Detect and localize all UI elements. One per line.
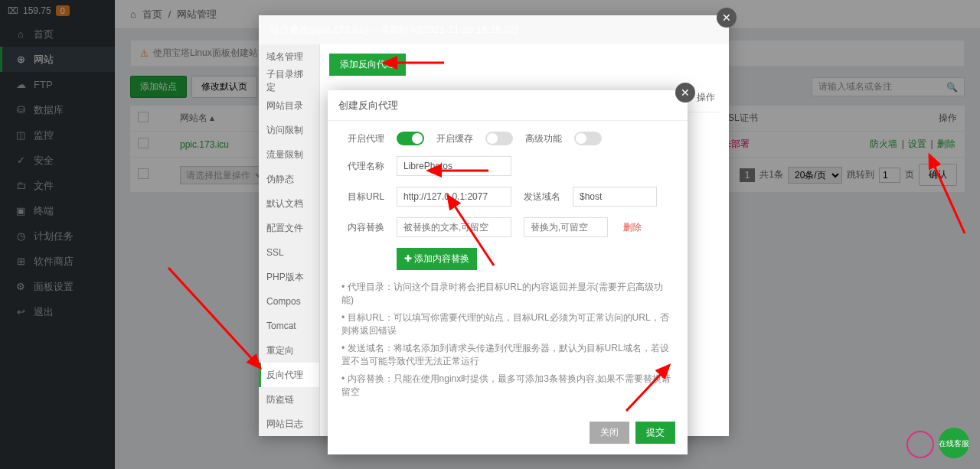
help-item: 代理目录：访问这个目录时将会把目标URL的内容返回并显示(需要开启高级功能) <box>341 281 674 307</box>
tab-access[interactable]: 访问限制 <box>259 118 319 142</box>
tab-defaultdoc[interactable]: 默认文档 <box>259 191 319 216</box>
target-url-label: 目标URL <box>341 191 384 204</box>
modal2-close-icon[interactable]: ✕ <box>675 83 695 103</box>
tab-composer[interactable]: Compos <box>259 289 319 314</box>
replace-to-input[interactable] <box>524 217 608 237</box>
replace-label: 内容替换 <box>341 221 384 234</box>
tab-sitedir[interactable]: 网站目录 <box>259 93 319 118</box>
modal2-title: 创建反向代理 <box>328 90 688 121</box>
send-domain-label: 发送域名 <box>524 191 560 204</box>
tab-tomcat[interactable]: Tomcat <box>259 314 319 338</box>
cache-label: 开启缓存 <box>436 132 473 145</box>
tab-rewrite[interactable]: 伪静态 <box>259 167 319 191</box>
tab-traffic[interactable]: 流量限制 <box>259 142 319 167</box>
tab-redirect[interactable]: 重定向 <box>259 338 319 363</box>
delete-replace-link[interactable]: 删除 <box>623 221 642 234</box>
cache-toggle[interactable] <box>485 132 513 145</box>
enable-label: 开启代理 <box>341 132 384 145</box>
adv-toggle[interactable] <box>574 132 602 145</box>
ph-ops: 操作 <box>697 91 715 104</box>
help-item: 发送域名：将域名添加到请求头传递到代理服务器，默认为目标URL域名，若设置不当可… <box>341 342 674 368</box>
proxy-name-label: 代理名称 <box>341 160 384 173</box>
replace-from-input[interactable] <box>397 217 511 237</box>
tab-reverse-proxy[interactable]: 反向代理 <box>259 363 319 387</box>
send-domain-input[interactable] <box>573 187 657 207</box>
help-item: 目标URL：可以填写你需要代理的站点，目标URL必须为可正常访问的URL，否则将… <box>341 311 674 337</box>
proxy-name-input[interactable] <box>397 156 511 176</box>
tab-php[interactable]: PHP版本 <box>259 265 319 289</box>
add-content-button[interactable]: ✚ 添加内容替换 <box>397 248 477 270</box>
tab-hotlink[interactable]: 防盗链 <box>259 387 319 412</box>
plus-icon: ✚ <box>404 253 414 264</box>
tab-domain[interactable]: 域名管理 <box>259 44 319 69</box>
tab-sitelog[interactable]: 网站日志 <box>259 412 319 436</box>
decorative-float <box>906 431 934 458</box>
online-help-button[interactable]: 在线客服 <box>939 428 969 458</box>
modal1-title: 站点修改[ppic.173.icu] -- 添加时间[2021-11-28 16… <box>259 15 729 44</box>
tab-ssl[interactable]: SSL <box>259 240 319 265</box>
target-url-input[interactable] <box>397 187 511 207</box>
create-proxy-modal: ✕ 创建反向代理 开启代理 开启缓存 高级功能 代理名称 目标URL 发送域名 … <box>328 90 688 454</box>
submit-button[interactable]: 提交 <box>635 422 675 444</box>
tab-subdir[interactable]: 子目录绑定 <box>259 69 319 93</box>
help-item: 内容替换：只能在使用nginx时提供，最多可添加3条替换内容,如果不需要替换请留… <box>341 373 674 399</box>
tab-config[interactable]: 配置文件 <box>259 216 319 240</box>
add-reverse-proxy-button[interactable]: 添加反向代理 <box>329 54 406 76</box>
help-list: 代理目录：访问这个目录时将会把目标URL的内容返回并显示(需要开启高级功能) 目… <box>341 281 674 399</box>
modal1-sidebar: 域名管理 子目录绑定 网站目录 访问限制 流量限制 伪静态 默认文档 配置文件 … <box>259 44 320 436</box>
enable-toggle[interactable] <box>397 132 424 145</box>
close-button[interactable]: 关闭 <box>590 422 629 444</box>
modal1-close-icon[interactable]: ✕ <box>717 8 737 28</box>
adv-label: 高级功能 <box>525 132 562 145</box>
